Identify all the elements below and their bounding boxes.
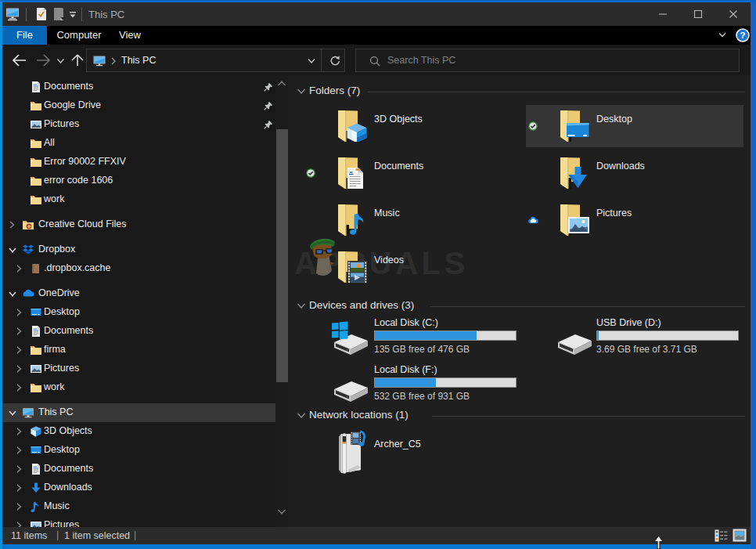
svg-text:?: ? — [740, 31, 745, 40]
